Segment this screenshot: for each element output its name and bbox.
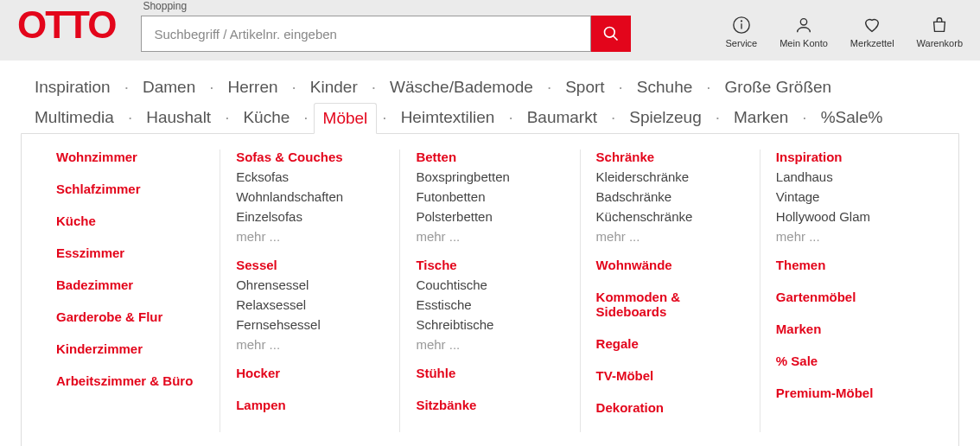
mega-category-head[interactable]: Tische	[416, 258, 563, 272]
cart-link[interactable]: Warenkorb	[917, 16, 963, 48]
mega-group: BettenBoxspringbettenFutonbettenPolsterb…	[416, 150, 563, 244]
nav-row-1: Inspiration.Damen.Herren.Kinder.Wäsche/B…	[26, 73, 954, 102]
nav-item[interactable]: Inspiration	[26, 73, 119, 102]
svg-point-4	[741, 21, 741, 22]
mega-link[interactable]: Einzelsofas	[236, 209, 384, 224]
mega-more-link[interactable]: mehr ...	[416, 229, 563, 244]
mega-category-head[interactable]: Stühle	[416, 366, 563, 380]
nav-item[interactable]: %Sale%	[812, 103, 892, 132]
mega-link[interactable]: Vintage	[776, 189, 924, 204]
mega-category-head[interactable]: Marken	[776, 322, 924, 336]
mega-group: Sitzbänke	[416, 398, 563, 412]
nav-item[interactable]: Schuhe	[628, 73, 701, 102]
mega-category-head[interactable]: Gartenmöbel	[776, 290, 924, 304]
mega-link[interactable]: Wohnlandschaften	[236, 189, 384, 204]
cart-label: Warenkorb	[917, 38, 963, 48]
mega-link[interactable]: Ohrensessel	[236, 277, 384, 292]
mega-more-link[interactable]: mehr ...	[776, 229, 924, 244]
service-label: Service	[726, 38, 758, 48]
mega-category-head[interactable]: Schlafzimmer	[56, 182, 204, 196]
mega-link[interactable]: Polsterbetten	[416, 209, 563, 224]
mega-category-head[interactable]: Sofas & Couches	[236, 150, 384, 164]
mega-link[interactable]: Landhaus	[776, 169, 924, 184]
mega-category-head[interactable]: Premium-Möbel	[776, 385, 924, 400]
mega-column: SchränkeKleiderschränkeBadschränkeKüchen…	[580, 150, 760, 432]
mega-category-head[interactable]: Themen	[776, 258, 924, 272]
nav-item[interactable]: Haushalt	[137, 103, 220, 132]
nav-item[interactable]: Herren	[219, 73, 286, 102]
nav-item[interactable]: Kinder	[302, 73, 366, 102]
mega-category-head[interactable]: Badezimmer	[56, 277, 204, 292]
mega-group: Themen	[776, 258, 924, 272]
mega-link[interactable]: Ecksofas	[236, 169, 384, 184]
search-input[interactable]	[141, 16, 590, 52]
nav-item[interactable]: Küche	[234, 103, 298, 132]
mega-link[interactable]: Hollywood Glam	[776, 209, 924, 224]
nav-item[interactable]: Spielzeug	[620, 103, 710, 132]
nav-item[interactable]: Große Größen	[716, 73, 841, 102]
mega-group: Arbeitszimmer & Büro	[56, 373, 204, 388]
nav-item[interactable]: Heimtextilien	[392, 103, 504, 132]
account-label: Mein Konto	[780, 38, 828, 48]
mega-category-head[interactable]: TV-Möbel	[596, 368, 744, 383]
nav-item[interactable]: Wäsche/Bademode	[381, 73, 542, 102]
wishlist-icon	[862, 16, 881, 35]
mega-category-head[interactable]: Esszimmer	[56, 245, 204, 260]
nav-item[interactable]: Möbel	[314, 103, 378, 134]
nav-item[interactable]: Marken	[725, 103, 797, 132]
mega-link[interactable]: Kleiderschränke	[596, 169, 744, 184]
mega-category-head[interactable]: Kinderzimmer	[56, 341, 204, 356]
mega-link[interactable]: Fernsehsessel	[236, 317, 384, 332]
mega-category-head[interactable]: Lampen	[236, 398, 384, 412]
mega-group: Garderobe & Flur	[56, 309, 204, 324]
mega-group: Wohnwände	[596, 258, 744, 272]
mega-category-head[interactable]: Dekoration	[596, 400, 744, 415]
mega-category-head[interactable]: Regale	[596, 336, 744, 351]
mega-category-head[interactable]: Betten	[416, 150, 563, 164]
mega-link[interactable]: Boxspringbetten	[416, 169, 563, 184]
nav-separator: .	[611, 105, 615, 124]
mega-link[interactable]: Badschränke	[596, 189, 744, 204]
cart-icon	[930, 16, 949, 35]
svg-line-1	[613, 36, 617, 41]
mega-link[interactable]: Esstische	[416, 297, 563, 312]
logo[interactable]: OTTO	[17, 3, 115, 52]
mega-group: Küche	[56, 213, 204, 228]
nav-item[interactable]: Baumarkt	[519, 103, 606, 132]
mega-category-head[interactable]: Sitzbänke	[416, 398, 563, 412]
mega-group: % Sale	[776, 354, 924, 368]
mega-category-head[interactable]: Arbeitszimmer & Büro	[56, 373, 204, 388]
mega-link[interactable]: Futonbetten	[416, 189, 563, 204]
wishlist-link[interactable]: Merkzettel	[850, 16, 894, 48]
mega-category-head[interactable]: Wohnzimmer	[56, 150, 204, 164]
nav-item[interactable]: Sport	[557, 73, 613, 102]
mega-category-head[interactable]: Kommoden & Sideboards	[596, 290, 744, 319]
mega-category-head[interactable]: Schränke	[596, 150, 744, 164]
mega-category-head[interactable]: Wohnwände	[596, 258, 744, 272]
mega-group: Kommoden & Sideboards	[596, 290, 744, 319]
mega-column: WohnzimmerSchlafzimmerKücheEsszimmerBade…	[41, 150, 220, 432]
mega-category-head[interactable]: Küche	[56, 213, 204, 228]
mega-more-link[interactable]: mehr ...	[236, 229, 384, 244]
mega-category-head[interactable]: Hocker	[236, 366, 384, 380]
service-icon	[732, 16, 751, 35]
mega-link[interactable]: Küchenschränke	[596, 209, 744, 224]
mega-category-head[interactable]: % Sale	[776, 354, 924, 368]
mega-category-head[interactable]: Inspiration	[776, 150, 924, 164]
wishlist-label: Merkzettel	[850, 38, 894, 48]
mega-link[interactable]: Relaxsessel	[236, 297, 384, 312]
search-icon	[602, 25, 620, 42]
search-button[interactable]	[591, 16, 631, 52]
mega-category-head[interactable]: Garderobe & Flur	[56, 309, 204, 324]
nav-item[interactable]: Multimedia	[26, 103, 123, 132]
nav-item[interactable]: Damen	[134, 73, 204, 102]
service-link[interactable]: Service	[726, 16, 758, 48]
mega-more-link[interactable]: mehr ...	[236, 337, 384, 352]
mega-more-link[interactable]: mehr ...	[416, 337, 563, 352]
mega-category-head[interactable]: Sessel	[236, 258, 384, 272]
svg-point-5	[800, 19, 806, 25]
account-link[interactable]: Mein Konto	[780, 16, 828, 48]
mega-more-link[interactable]: mehr ...	[596, 229, 744, 244]
mega-link[interactable]: Schreibtische	[416, 317, 563, 332]
mega-link[interactable]: Couchtische	[416, 277, 563, 292]
